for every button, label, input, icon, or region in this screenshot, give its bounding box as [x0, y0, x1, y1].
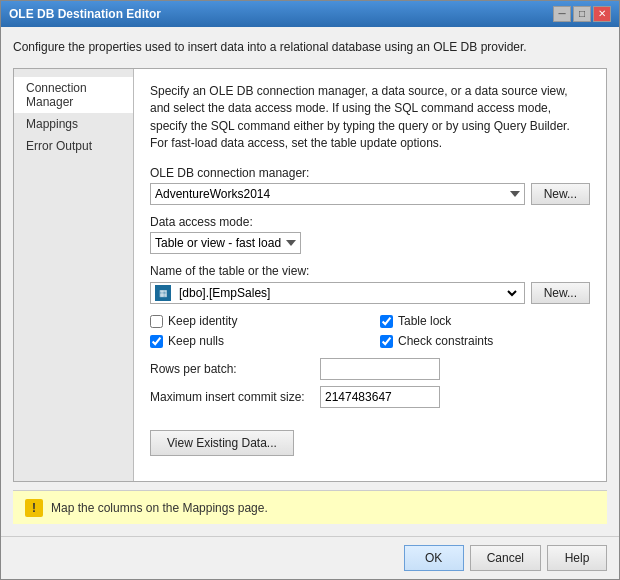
window-title: OLE DB Destination Editor: [9, 7, 161, 21]
keep-identity-item: Keep identity: [150, 314, 360, 328]
checkboxes-grid: Keep identity Table lock Keep nulls Chec…: [150, 314, 590, 348]
rows-per-batch-input[interactable]: [320, 358, 440, 380]
dialog-footer: OK Cancel Help: [1, 536, 619, 579]
description-text: Configure the properties used to insert …: [13, 39, 607, 56]
table-lock-item: Table lock: [380, 314, 590, 328]
rows-per-batch-row: Rows per batch:: [150, 358, 590, 380]
help-button[interactable]: Help: [547, 545, 607, 571]
table-name-label: Name of the table or the view:: [150, 264, 590, 278]
instruction-text: Specify an OLE DB connection manager, a …: [150, 83, 590, 153]
check-constraints-label: Check constraints: [398, 334, 493, 348]
sidebar-item-mappings[interactable]: Mappings: [14, 113, 133, 135]
warning-icon: !: [25, 499, 43, 517]
connection-manager-row: AdventureWorks2014 New...: [150, 183, 590, 205]
warning-bar: ! Map the columns on the Mappings page.: [13, 490, 607, 524]
sidebar: Connection Manager Mappings Error Output: [14, 69, 134, 481]
table-name-row: ▦ [dbo].[EmpSales] New...: [150, 282, 590, 304]
main-panel: Connection Manager Mappings Error Output…: [13, 68, 607, 482]
data-access-mode-label: Data access mode:: [150, 215, 590, 229]
warning-text: Map the columns on the Mappings page.: [51, 501, 268, 515]
data-access-mode-select[interactable]: Table or view - fast load: [150, 232, 301, 254]
data-access-mode-group: Data access mode: Table or view - fast l…: [150, 215, 590, 254]
table-name-group: Name of the table or the view: ▦ [dbo].[…: [150, 264, 590, 304]
sidebar-item-error-output[interactable]: Error Output: [14, 135, 133, 157]
window: OLE DB Destination Editor ─ □ ✕ Configur…: [0, 0, 620, 580]
new-table-button[interactable]: New...: [531, 282, 590, 304]
keep-nulls-checkbox[interactable]: [150, 335, 163, 348]
title-bar-controls: ─ □ ✕: [553, 6, 611, 22]
cancel-button[interactable]: Cancel: [470, 545, 541, 571]
table-name-select[interactable]: [dbo].[EmpSales]: [175, 283, 520, 303]
content-area: Configure the properties used to insert …: [1, 27, 619, 536]
title-bar: OLE DB Destination Editor ─ □ ✕: [1, 1, 619, 27]
table-select-wrapper: ▦ [dbo].[EmpSales]: [150, 282, 525, 304]
view-data-button[interactable]: View Existing Data...: [150, 430, 294, 456]
close-button[interactable]: ✕: [593, 6, 611, 22]
keep-identity-checkbox[interactable]: [150, 315, 163, 328]
check-constraints-checkbox[interactable]: [380, 335, 393, 348]
minimize-button[interactable]: ─: [553, 6, 571, 22]
rows-per-batch-label: Rows per batch:: [150, 362, 320, 376]
connection-manager-label: OLE DB connection manager:: [150, 166, 590, 180]
max-insert-label: Maximum insert commit size:: [150, 390, 320, 404]
check-constraints-item: Check constraints: [380, 334, 590, 348]
connection-manager-select[interactable]: AdventureWorks2014: [150, 183, 525, 205]
ok-button[interactable]: OK: [404, 545, 464, 571]
main-content: Specify an OLE DB connection manager, a …: [134, 69, 606, 481]
keep-identity-label: Keep identity: [168, 314, 237, 328]
connection-manager-group: OLE DB connection manager: AdventureWork…: [150, 166, 590, 205]
table-icon: ▦: [155, 285, 171, 301]
view-data-container: View Existing Data...: [150, 414, 590, 456]
sidebar-item-connection-manager[interactable]: Connection Manager: [14, 77, 133, 113]
new-connection-button[interactable]: New...: [531, 183, 590, 205]
max-insert-input[interactable]: [320, 386, 440, 408]
keep-nulls-label: Keep nulls: [168, 334, 224, 348]
table-lock-label: Table lock: [398, 314, 451, 328]
maximize-button[interactable]: □: [573, 6, 591, 22]
table-lock-checkbox[interactable]: [380, 315, 393, 328]
keep-nulls-item: Keep nulls: [150, 334, 360, 348]
max-insert-row: Maximum insert commit size:: [150, 386, 590, 408]
